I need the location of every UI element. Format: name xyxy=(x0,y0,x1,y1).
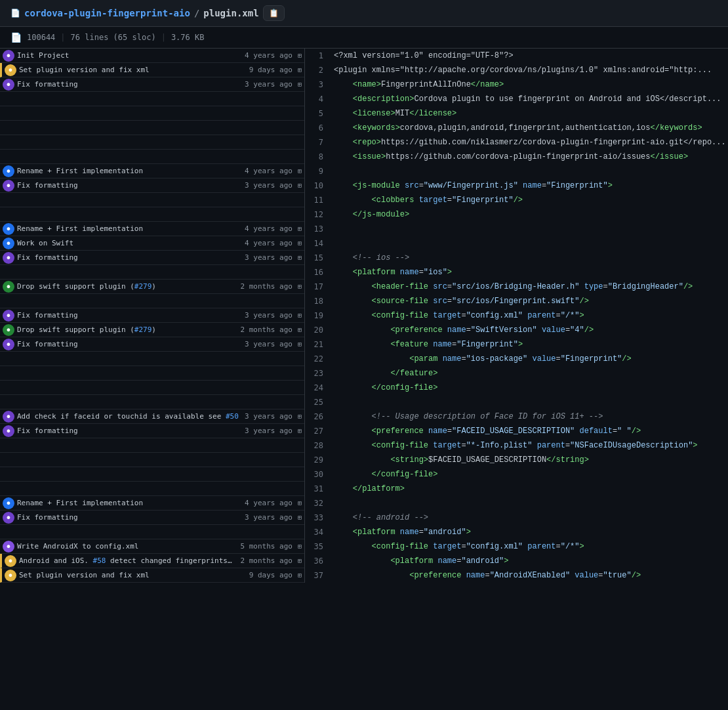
blame-message[interactable]: Work on Swift xyxy=(17,239,239,247)
blame-row xyxy=(0,525,304,539)
blame-message[interactable]: Fix formatting xyxy=(17,427,239,435)
blame-row: ●Fix formatting3 years ago⊞ xyxy=(0,251,304,265)
code-row: 13 xyxy=(305,222,728,236)
blame-row xyxy=(0,121,304,135)
blame-time: 3 years ago xyxy=(245,427,293,435)
split-icon[interactable]: ⊞ xyxy=(298,326,302,333)
blame-message[interactable]: Init Project xyxy=(17,51,239,60)
code-row: 17 <header-file src="src/ios/Bridging-He… xyxy=(305,280,728,294)
split-icon[interactable]: ⊞ xyxy=(298,514,302,521)
split-icon[interactable]: ⊞ xyxy=(298,499,302,507)
blame-row xyxy=(0,453,304,467)
line-number: 29 xyxy=(305,455,331,465)
blame-message[interactable]: Fix formatting xyxy=(17,80,239,89)
blame-message[interactable]: Fix formatting xyxy=(17,253,239,262)
split-icon[interactable]: ⊞ xyxy=(298,52,302,59)
copy-button[interactable]: 📋 xyxy=(263,5,285,21)
split-icon[interactable]: ⊞ xyxy=(298,182,302,189)
code-row: 36 <platform name="android"> xyxy=(305,554,728,568)
blame-row: ●Fix formatting3 years ago⊞ xyxy=(0,337,304,352)
blame-message[interactable]: Add check if faceid or touchid is availa… xyxy=(17,412,239,421)
split-icon[interactable]: ⊞ xyxy=(298,413,302,420)
file-lines: 76 lines (65 sloc) xyxy=(71,33,156,42)
blame-time: 3 years ago xyxy=(245,80,293,89)
avatar: ● xyxy=(3,541,14,553)
code-row: 14 xyxy=(305,236,728,251)
content-area: ●Init Project4 years ago⊞●Set plugin ver… xyxy=(0,49,728,583)
line-number: 28 xyxy=(305,441,331,450)
code-row: 21 <feature name="Fingerprint"> xyxy=(305,337,728,352)
code-row: 25 xyxy=(305,395,728,409)
split-icon[interactable]: ⊞ xyxy=(298,312,302,319)
blame-message[interactable]: Rename + First implementation xyxy=(17,499,239,507)
blame-time: 9 days ago xyxy=(249,66,293,74)
blame-message[interactable]: Rename + First implementation xyxy=(17,167,239,175)
split-icon[interactable]: ⊞ xyxy=(298,254,302,261)
blame-time: 3 years ago xyxy=(245,253,293,262)
code-line: <platform name="android"> xyxy=(331,528,728,537)
blame-message[interactable]: Set plugin version and fix xml xyxy=(19,66,244,74)
blame-message[interactable]: Fix formatting xyxy=(17,311,239,320)
code-line: <feature name="Fingerprint"> xyxy=(331,340,728,349)
blame-message[interactable]: Rename + First implementation xyxy=(17,224,239,233)
blame-message[interactable]: Set plugin version and fix xml xyxy=(19,571,244,579)
avatar: ● xyxy=(3,180,14,192)
header: 📄 cordova-plugin-fingerprint-aio / plugi… xyxy=(0,0,728,27)
avatar: ● xyxy=(3,425,14,437)
code-line: <js-module src="www/Fingerprint.js" name… xyxy=(331,181,728,190)
code-line: <license>MIT</license> xyxy=(331,109,728,118)
blame-row xyxy=(0,366,304,381)
blame-row: ●Set plugin version and fix xml9 days ag… xyxy=(0,568,304,583)
file-meta: 📄 100644 | 76 lines (65 sloc) | 3.76 KB xyxy=(0,27,728,49)
split-icon[interactable]: ⊞ xyxy=(298,167,302,175)
split-icon[interactable]: ⊞ xyxy=(298,341,302,348)
blame-message[interactable]: Drop swift support plugin (#279) xyxy=(17,282,235,291)
split-icon[interactable]: ⊞ xyxy=(298,572,302,579)
blame-message[interactable]: Android and iOS. #58 detect changed fing… xyxy=(19,556,235,565)
split-icon[interactable]: ⊞ xyxy=(298,66,302,73)
blame-message[interactable]: Fix formatting xyxy=(17,181,239,190)
code-row: 1<?xml version="1.0" encoding="UTF-8"?> xyxy=(305,49,728,63)
avatar: ● xyxy=(3,512,14,524)
avatar: ● xyxy=(3,79,14,91)
line-number: 9 xyxy=(305,167,331,176)
line-number: 33 xyxy=(305,513,331,522)
line-number: 35 xyxy=(305,542,331,551)
code-row: 37 <preference name="AndroidXEnabled" va… xyxy=(305,568,728,583)
blame-row xyxy=(0,352,304,366)
line-number: 23 xyxy=(305,369,331,378)
filename: plugin.xml xyxy=(203,8,258,18)
divider-1: | xyxy=(60,33,65,42)
split-icon[interactable]: ⊞ xyxy=(298,225,302,232)
split-icon[interactable]: ⊞ xyxy=(298,427,302,434)
code-line: <config-file target="config.xml" parent=… xyxy=(331,311,728,320)
code-row: 19 <config-file target="config.xml" pare… xyxy=(305,308,728,323)
code-row: 30 </config-file> xyxy=(305,467,728,482)
code-line: <string>$FACEID_USAGE_DESCRIPTION</strin… xyxy=(331,455,728,465)
code-line: </config-file> xyxy=(331,470,728,479)
split-icon[interactable]: ⊞ xyxy=(298,81,302,88)
code-row: 31 </platform> xyxy=(305,482,728,496)
blame-message[interactable]: Fix formatting xyxy=(17,513,239,522)
code-row: 5 <license>MIT</license> xyxy=(305,106,728,121)
blame-message[interactable]: Drop swift support plugin (#279) xyxy=(17,325,235,334)
split-icon[interactable]: ⊞ xyxy=(298,283,302,290)
line-number: 3 xyxy=(305,80,331,89)
path-separator: / xyxy=(194,8,199,18)
line-number: 19 xyxy=(305,311,331,320)
avatar: ● xyxy=(3,411,14,423)
blame-row xyxy=(0,381,304,395)
split-icon[interactable]: ⊞ xyxy=(298,543,302,550)
blame-message[interactable]: Fix formatting xyxy=(17,340,239,348)
code-row: 35 <config-file target="config.xml" pare… xyxy=(305,539,728,554)
blame-row: ●Rename + First implementation4 years ag… xyxy=(0,164,304,178)
file-meta-icon: 📄 xyxy=(10,32,22,43)
split-icon[interactable]: ⊞ xyxy=(298,240,302,247)
code-row: 16 <platform name="ios"> xyxy=(305,265,728,280)
blame-row xyxy=(0,265,304,280)
repo-link[interactable]: cordova-plugin-fingerprint-aio xyxy=(24,8,190,18)
blame-message[interactable]: Write AndroidX to config.xml xyxy=(17,542,235,551)
code-line: <config-file target="config.xml" parent=… xyxy=(331,542,728,551)
code-row: 15 <!-- ios --> xyxy=(305,251,728,265)
split-icon[interactable]: ⊞ xyxy=(298,557,302,564)
